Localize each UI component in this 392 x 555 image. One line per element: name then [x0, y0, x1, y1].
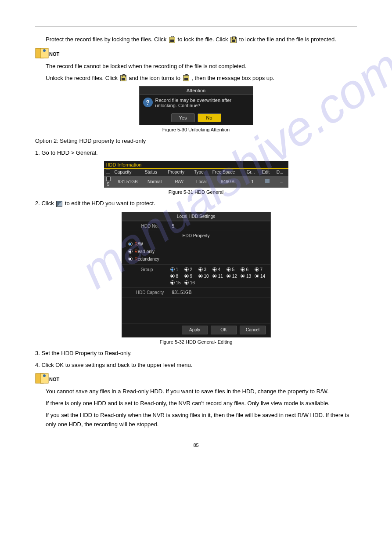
- local-hdd-settings-dialog: Local HDD Settings HDD No. 5 HDD Propert…: [122, 212, 271, 337]
- group-radio-2[interactable]: 2: [184, 267, 195, 272]
- attention-title: Attention: [140, 87, 253, 95]
- edit-icon[interactable]: [265, 179, 270, 183]
- group-radio-1[interactable]: 1: [170, 267, 181, 272]
- radio-readonly[interactable]: Read-only Read-only: [122, 248, 270, 255]
- para-lock: Protect the record files by locking the …: [46, 35, 357, 44]
- no-button[interactable]: No: [198, 113, 221, 122]
- hdd-capacity-label: HDD Capacity: [128, 290, 172, 295]
- group-radio-9[interactable]: 9: [184, 274, 195, 279]
- figure-caption-3: Figure 5-32 HDD General- Editing: [35, 339, 357, 345]
- note2-c: If you set the HDD to Read-only when the…: [46, 411, 357, 429]
- figure-caption-2: Figure 5-31 HDD General: [35, 189, 357, 195]
- svg-point-6: [43, 374, 46, 377]
- note-block-2: NOTE: [35, 372, 357, 385]
- note-icon: NOTE: [35, 47, 60, 59]
- lock-icon: [230, 37, 237, 43]
- ok-button[interactable]: OK: [211, 326, 237, 334]
- group-radio-4[interactable]: 4: [212, 267, 223, 272]
- note-block-1: NOTE: [35, 47, 357, 59]
- note2-b: If there is only one HDD and is set to R…: [46, 399, 357, 408]
- apply-button[interactable]: Apply: [182, 326, 208, 334]
- cancel-button[interactable]: Cancel: [240, 326, 266, 334]
- note1-text: The record file cannot be locked when th…: [46, 62, 357, 71]
- note2-a: You cannot save any files in a Read-only…: [46, 387, 357, 396]
- question-icon: ?: [143, 98, 153, 107]
- group-radio-10[interactable]: 10: [198, 274, 209, 279]
- para-unlock: Unlock the record files. Click and the i…: [46, 74, 357, 83]
- edit-icon-inline: [56, 201, 62, 207]
- hdd-no-value: 5: [172, 224, 175, 229]
- lock-icon-2: [120, 75, 126, 81]
- header-rule: [35, 18, 357, 26]
- note-icon: NOTE: [35, 372, 60, 385]
- step-4: 4. Click OK to save settings and back to…: [35, 361, 357, 370]
- checkbox-row[interactable]: [106, 177, 111, 181]
- hdd-table: L... Capacity Status Property Type Free …: [104, 169, 288, 188]
- svg-point-2: [43, 49, 46, 52]
- unlock-icon-2: [183, 75, 189, 81]
- unlock-icon: [169, 37, 175, 43]
- group-radio-3[interactable]: 3: [198, 267, 209, 272]
- group-radio-13[interactable]: 13: [241, 274, 251, 279]
- svg-text:NOTE: NOTE: [49, 51, 60, 57]
- hdd-info-title: HDD Information: [104, 161, 288, 169]
- hdd-property-label: HDD Property: [122, 231, 270, 240]
- hdd-capacity-value: 931.51GB: [172, 290, 192, 295]
- option2-heading: Option 2: Setting HDD property to read-o…: [35, 137, 357, 146]
- radio-rw[interactable]: R/W R/W: [122, 240, 270, 248]
- step-1: 1. Go to HDD > General.: [35, 149, 357, 158]
- svg-text:NOTE: NOTE: [49, 377, 60, 382]
- attention-message: Record file may be overwritten after unl…: [155, 98, 249, 108]
- group-radio-8[interactable]: 8: [170, 274, 181, 279]
- group-radio-16[interactable]: 16: [184, 280, 195, 285]
- group-radio-12[interactable]: 12: [227, 274, 237, 279]
- group-radio-5[interactable]: 5: [227, 267, 237, 272]
- radio-icon: [128, 249, 133, 254]
- lhs-title: Local HDD Settings: [122, 212, 270, 221]
- group-radio-14[interactable]: 14: [255, 274, 265, 279]
- step-2: 2. Click to edit the HDD you want to pro…: [35, 199, 357, 208]
- group-radio-11[interactable]: 11: [212, 274, 223, 279]
- attention-dialog: Attention ? Record file may be overwritt…: [139, 86, 253, 125]
- group-radio-15[interactable]: 15: [170, 280, 181, 285]
- figure-caption-1: Figure 5-30 Unlocking Attention: [35, 127, 357, 132]
- step-3: 3. Set the HDD Property to Read-only.: [35, 349, 357, 358]
- group-label: Group: [122, 265, 166, 287]
- page-number: 85: [35, 443, 357, 448]
- group-radio-7[interactable]: 7: [255, 267, 265, 272]
- radio-icon: [128, 242, 133, 246]
- checkbox-header[interactable]: [106, 170, 110, 174]
- group-radio-6[interactable]: 6: [241, 267, 251, 272]
- radio-redundancy[interactable]: Redundancy Redundancy: [122, 255, 270, 265]
- radio-icon: [128, 257, 133, 261]
- yes-button[interactable]: Yes: [171, 113, 195, 122]
- table-row[interactable]: 5 931.51GB Normal R/W Local 846GB 1 –: [104, 176, 288, 188]
- hdd-no-label: HDD No.: [128, 224, 172, 229]
